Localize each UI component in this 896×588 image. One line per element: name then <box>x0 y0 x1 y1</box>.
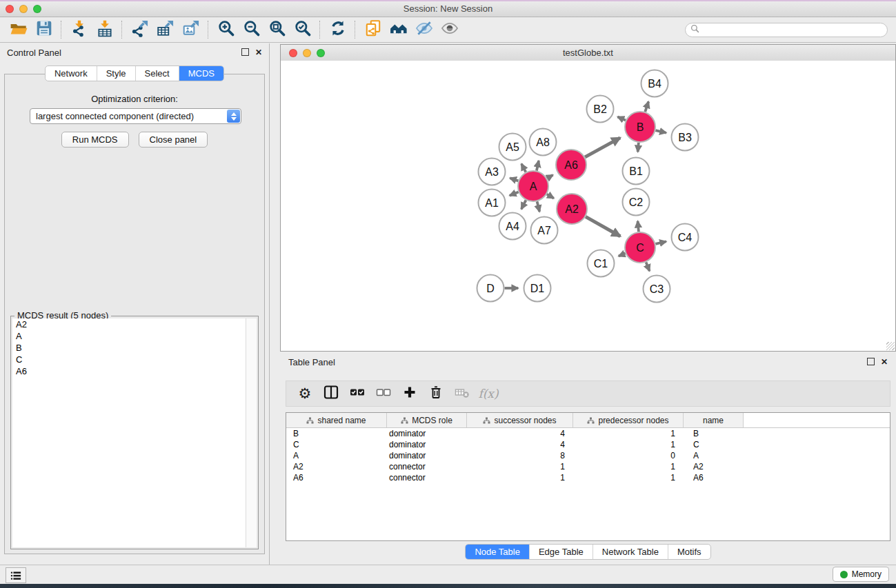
table-panel-tab-motifs[interactable]: Motifs <box>668 545 710 559</box>
deselect-all-checkboxes-button[interactable] <box>370 383 397 405</box>
node-A7[interactable]: A7 <box>531 217 558 244</box>
node-B[interactable]: B <box>625 112 655 142</box>
node-D[interactable]: D <box>477 275 504 302</box>
table-row-A6[interactable]: A6connector11A6 <box>286 472 890 483</box>
zoom-selected-button[interactable] <box>290 19 315 41</box>
show-all-button[interactable] <box>437 19 462 41</box>
zoom-out-button[interactable] <box>239 19 264 41</box>
table-row-A[interactable]: Adominator80A <box>286 450 890 461</box>
node-B3[interactable]: B3 <box>672 124 699 151</box>
save-session-button[interactable] <box>31 19 57 41</box>
node-C4[interactable]: C4 <box>672 224 699 251</box>
node-A8[interactable]: A8 <box>530 129 557 156</box>
mcds-result-item[interactable]: A6 <box>12 365 246 377</box>
edge-A-A6[interactable] <box>547 175 553 179</box>
node-A5[interactable]: A5 <box>499 134 526 161</box>
optimization-criterion-select[interactable]: largest connected component (directed) <box>30 108 241 124</box>
mcds-result-item[interactable]: A2 <box>12 318 246 330</box>
node-C3[interactable]: C3 <box>644 276 670 303</box>
edge-B-B2[interactable] <box>617 116 626 120</box>
table-panel-tab-network-table[interactable]: Network Table <box>593 545 668 559</box>
show-columns-button[interactable] <box>318 383 344 405</box>
control-panel-tab-mcds[interactable]: MCDS <box>179 66 223 81</box>
close-panel-icon[interactable]: ✕ <box>255 49 262 56</box>
edge-C-C4[interactable] <box>655 241 666 244</box>
first-neighbors-button[interactable] <box>386 19 411 41</box>
duplicate-network-button[interactable] <box>360 19 386 41</box>
control-panel-tab-style[interactable]: Style <box>97 66 136 81</box>
mcds-result-item[interactable]: C <box>12 354 246 365</box>
edge-A2-C[interactable] <box>586 216 620 236</box>
column-header-shared-name[interactable]: shared name <box>286 413 387 427</box>
export-image-icon <box>182 19 200 40</box>
edge-A-A8[interactable] <box>537 161 539 170</box>
memory-button[interactable]: Memory <box>833 567 889 582</box>
node-D1[interactable]: D1 <box>524 275 551 302</box>
edge-C-C3[interactable] <box>646 262 650 271</box>
mcds-result-item[interactable]: A <box>12 330 246 342</box>
zoom-in-button[interactable] <box>213 19 239 41</box>
result-scrollbar[interactable] <box>246 318 257 547</box>
table-row-B[interactable]: Bdominator41B <box>286 428 890 439</box>
table-panel-tab-edge-table[interactable]: Edge Table <box>530 545 593 559</box>
network-canvas[interactable]: B4B2BB3A5A8A6A3B1AA1C2A2A4A7CC4C1C3DD1 <box>281 61 895 351</box>
resize-grip[interactable] <box>886 342 895 350</box>
column-header-MCDS-role[interactable]: MCDS role <box>387 413 467 427</box>
edge-A-A3[interactable] <box>510 178 518 181</box>
float-panel-icon[interactable] <box>241 48 249 56</box>
run-mcds-button[interactable]: Run MCDS <box>61 132 129 148</box>
node-B4[interactable]: B4 <box>641 70 668 97</box>
close-panel-button[interactable]: Close panel <box>139 132 208 148</box>
node-C2[interactable]: C2 <box>623 189 650 216</box>
edge-B-B1[interactable] <box>638 143 639 152</box>
table-panel-tab-node-table[interactable]: Node Table <box>466 545 530 559</box>
export-image-button[interactable] <box>178 19 203 41</box>
import-table-button[interactable] <box>92 19 117 41</box>
search-input[interactable] <box>702 24 887 35</box>
export-table-button[interactable] <box>152 19 178 41</box>
create-column-button[interactable] <box>397 383 423 405</box>
export-network-button[interactable] <box>127 19 152 41</box>
edge-A-A2[interactable] <box>547 194 554 199</box>
node-A2[interactable]: A2 <box>557 194 587 224</box>
column-header-label: successor nodes <box>494 416 556 425</box>
table-settings-gear-button[interactable]: ⚙ <box>292 383 318 405</box>
open-session-button[interactable] <box>6 19 31 41</box>
edge-C-C2[interactable] <box>638 221 639 232</box>
float-table-panel-icon[interactable] <box>867 358 875 365</box>
select-all-checkboxes-button[interactable] <box>344 383 370 405</box>
node-A3[interactable]: A3 <box>479 159 506 185</box>
node-C1[interactable]: C1 <box>588 250 615 277</box>
control-panel-tab-select[interactable]: Select <box>136 66 179 81</box>
edge-A6-B[interactable] <box>585 138 620 157</box>
close-table-panel-icon[interactable]: ✕ <box>881 358 888 365</box>
edge-B-B4[interactable] <box>645 101 648 112</box>
hide-selected-button[interactable] <box>411 19 437 41</box>
column-header-name[interactable]: name <box>684 413 744 427</box>
node-B1[interactable]: B1 <box>623 158 650 185</box>
mcds-result-item[interactable]: B <box>12 342 246 354</box>
column-header-predecessor-nodes[interactable]: predecessor nodes <box>573 413 684 427</box>
edge-A-A1[interactable] <box>510 192 519 196</box>
edge-A-A5[interactable] <box>521 164 526 172</box>
node-A1[interactable]: A1 <box>479 190 506 216</box>
import-network-button[interactable] <box>66 19 92 41</box>
table-row-C[interactable]: Cdominator41C <box>286 439 890 450</box>
edge-A-A7[interactable] <box>537 201 540 212</box>
zoom-fit-button[interactable] <box>264 19 290 41</box>
node-B2[interactable]: B2 <box>587 96 614 123</box>
edge-B-B3[interactable] <box>655 130 666 133</box>
table-row-A2[interactable]: A2connector11A2 <box>286 461 890 472</box>
node-C[interactable]: C <box>625 232 655 263</box>
edge-A-A4[interactable] <box>521 200 526 209</box>
control-panel-tab-network[interactable]: Network <box>46 66 97 81</box>
delete-columns-button[interactable] <box>423 383 449 405</box>
panel-menu-button[interactable] <box>6 567 26 583</box>
refresh-button[interactable] <box>325 19 350 41</box>
search-box[interactable] <box>685 23 888 37</box>
node-A[interactable]: A <box>518 171 548 201</box>
node-A4[interactable]: A4 <box>499 213 526 240</box>
column-header-successor-nodes[interactable]: successor nodes <box>467 413 573 427</box>
edge-C-C1[interactable] <box>619 254 626 256</box>
node-A6[interactable]: A6 <box>556 150 586 180</box>
